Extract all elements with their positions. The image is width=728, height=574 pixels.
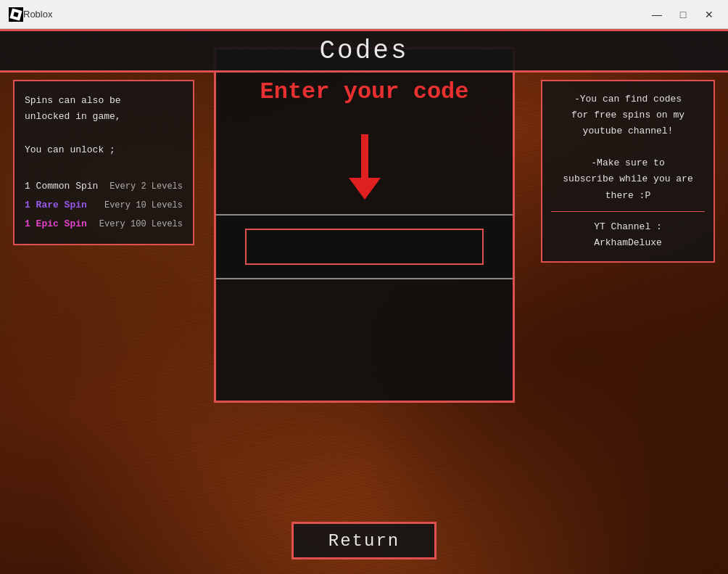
spin-epic-entry: 1 Epic Spin Every 100 Levels [25,216,183,232]
window-chrome: Roblox — □ ✕ [0,0,728,29]
code-input-wrapper [216,216,513,278]
right-panel-text: -You can find codes for free spins on my… [551,91,705,139]
spin-common-level: Every 2 Levels [109,179,183,194]
right-panel-divider [551,211,705,212]
spin-rare-entry: 1 Rare Spin Every 10 Levels [25,197,183,213]
close-button[interactable]: ✕ [699,4,719,25]
right-panel-subscribe: -Make sure to subscribe while you are th… [551,155,705,203]
spin-epic-level: Every 100 Levels [99,217,183,231]
yt-channel-name: ArkhamDeluxe [551,235,705,251]
return-button[interactable]: Return [291,522,437,559]
enter-code-label: Enter your code [260,78,468,105]
minimize-button[interactable]: — [647,4,667,25]
spin-common-entry: 1 Common Spin Every 2 Levels [25,179,183,194]
right-info-panel: -You can find codes for free spins on my… [541,80,715,263]
maximize-button[interactable]: □ [673,4,693,25]
left-info-panel: Spins can also be unlocked in game, You … [13,80,194,245]
spin-rare-label: 1 Rare Spin [25,197,87,213]
center-code-panel: Enter your code [214,47,515,403]
header-bar: Codes [0,29,728,73]
page-title: Codes [319,36,408,66]
left-panel-line1: Spins can also be unlocked in game, [25,93,183,125]
spin-common-label: 1 Common Spin [25,179,98,194]
window-title: Roblox [23,9,647,20]
spin-epic-label: 1 Epic Spin [25,216,87,232]
bottom-divider [216,278,513,279]
window-controls: — □ ✕ [647,4,719,25]
left-panel-line3: You can unlock ; [25,142,183,158]
code-input[interactable] [245,229,484,265]
spin-rare-level: Every 10 Levels [104,198,183,213]
roblox-icon [9,7,23,22]
down-arrow [349,134,381,200]
yt-channel-label: YT Channel : [551,219,705,235]
arrow-shaft [361,134,368,178]
arrow-head [349,178,381,200]
